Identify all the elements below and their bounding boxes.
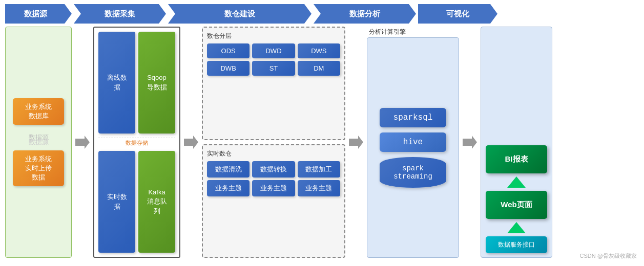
warehouse-offline-panel: 数仓分层 ODS DWD DWS DWB ST DM (202, 27, 345, 140)
warehouse-cell-dws: DWS (298, 43, 340, 58)
analytics-box: sparksql hive spark streaming (367, 37, 459, 258)
warehouse-cell-topic3: 业务主题 (298, 180, 340, 196)
banner-visual: 可视化 (418, 4, 497, 24)
warehouse-offline-title: 数仓分层 (207, 32, 340, 40)
warehouse-cell-topic1: 业务主题 (207, 180, 250, 196)
banner-collect-label: 数据采集 (105, 9, 135, 19)
warehouse-realtime-panel: 实时数仓 数据清洗 数据转换 数据加工 业务主题 业务主题 业务主题 (202, 144, 345, 258)
warehouse-cell-ods: ODS (207, 43, 250, 58)
analytics-hive: hive (380, 132, 446, 152)
svg-marker-2 (349, 136, 363, 149)
up-arrow-icon-2 (507, 222, 526, 233)
collect-sqoop: Sqoop导数据 (138, 32, 175, 134)
visual-web: Web页面 (486, 191, 547, 219)
arrow-3 (348, 135, 364, 150)
collect-bottom-row: 实时数据 Kafka消息队列 (98, 151, 175, 253)
visual-service: 数据服务接口 (486, 236, 547, 253)
svg-marker-3 (463, 136, 477, 149)
datasource-label: 数据源 (29, 133, 49, 142)
collect-realtime: 实时数据 (98, 151, 135, 253)
banner-warehouse: 数仓建设 (168, 4, 311, 24)
banner-analytics-label: 数据分析 (349, 9, 380, 19)
collect-offline: 离线数据 (98, 32, 135, 134)
top-banners: 数据源 数据采集 数仓建设 数据分析 可视化 (0, 0, 644, 27)
watermark: CSDN @骨灰级收藏家 (580, 252, 637, 260)
analytics-spark-streaming: spark streaming (380, 157, 446, 188)
visual-bi: BI报表 (486, 145, 547, 173)
banner-visual-label: 可视化 (446, 9, 469, 19)
section-warehouse: 数仓分层 ODS DWD DWS DWB ST DM 实时数仓 数据清洗 数据转… (202, 27, 345, 258)
collect-top-row: 离线数据 Sqoop导数据 (98, 32, 175, 134)
up-arrow-icon (507, 176, 526, 188)
arrow-2 (183, 135, 199, 150)
section-datasource: 业务系统数据库 数据源 业务系统实时上传数据 数据源 (5, 27, 72, 258)
warehouse-realtime-title: 实时数仓 (207, 149, 340, 158)
warehouse-cell-topic2: 业务主题 (252, 180, 295, 196)
warehouse-realtime-grid: 数据清洗 数据转换 数据加工 业务主题 业务主题 业务主题 (207, 161, 340, 196)
main-area: 业务系统数据库 数据源 业务系统实时上传数据 数据源 离线数据 Sqoop导数据… (0, 27, 644, 262)
warehouse-cell-st: ST (252, 61, 295, 76)
banner-warehouse-label: 数仓建设 (224, 9, 255, 19)
section-collect: 离线数据 Sqoop导数据 数据存储 实时数据 Kafka消息队列 (93, 27, 180, 258)
section-visual: BI报表 Web页面 数据服务接口 (481, 27, 552, 258)
warehouse-cell-clean: 数据清洗 (207, 161, 250, 178)
svg-marker-1 (184, 136, 198, 149)
section-analytics: 分析计算引擎 sparksql hive spark streaming (367, 27, 459, 258)
datasource-box1: 业务系统数据库 (13, 98, 64, 125)
warehouse-cell-dwd: DWD (252, 43, 295, 58)
collect-kafka: Kafka消息队列 (138, 151, 175, 253)
warehouse-cell-dwb: DWB (207, 61, 250, 76)
analytics-title: 分析计算引擎 (367, 27, 459, 37)
datasource-box2: 业务系统实时上传数据 (13, 150, 64, 187)
banner-datasource: 数据源 (5, 4, 72, 24)
datasource-center-label: 数据源 (29, 138, 49, 147)
arrow-1 (75, 135, 90, 150)
collect-divider: 数据存储 (98, 138, 175, 147)
warehouse-cell-dm: DM (298, 61, 340, 76)
warehouse-offline-grid: ODS DWD DWS DWB ST DM (207, 43, 340, 76)
warehouse-cell-transform: 数据转换 (252, 161, 295, 178)
banner-datasource-label: 数据源 (24, 9, 47, 19)
analytics-sparksql: sparksql (380, 108, 446, 127)
arrow-4 (462, 135, 477, 150)
warehouse-cell-process: 数据加工 (298, 161, 340, 178)
banner-collect: 数据采集 (74, 4, 166, 24)
svg-marker-0 (75, 136, 90, 149)
banner-analytics: 数据分析 (314, 4, 416, 24)
